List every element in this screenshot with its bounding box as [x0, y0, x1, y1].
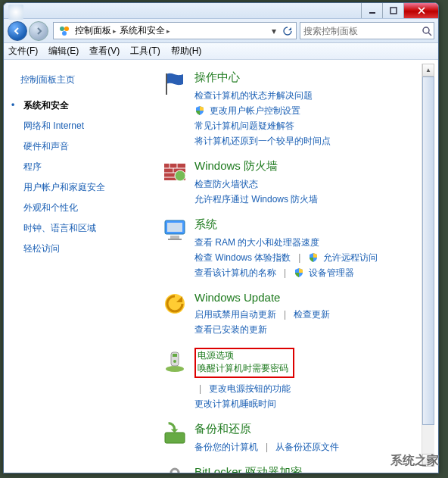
wall-icon [160, 159, 190, 189]
sidebar-item[interactable]: 程序 [20, 157, 149, 177]
shield-icon [194, 105, 205, 116]
category-link[interactable]: 更改用户帐户控制设置 [210, 103, 300, 118]
sidebar-item[interactable]: 轻松访问 [20, 239, 149, 259]
backup-icon [160, 422, 190, 452]
category-title[interactable]: 操作中心 [194, 70, 431, 85]
category-link[interactable]: 检查防火墙状态 [194, 177, 258, 192]
menu-help[interactable]: 帮助(H) [171, 45, 202, 58]
category: Windows 防火墙检查防火墙状态允许程序通过 Windows 防火墙 [160, 159, 431, 207]
sidebar: 控制面板主页 系统和安全网络和 Internet硬件和声音程序用户帐户和家庭安全… [4, 60, 155, 473]
scroll-thumb[interactable] [422, 77, 434, 425]
update-icon [160, 291, 190, 321]
category-link[interactable]: 检查计算机的状态并解决问题 [194, 88, 313, 103]
category-link[interactable]: 备份您的计算机 [194, 439, 258, 455]
search-icon[interactable] [420, 26, 434, 36]
svg-point-4 [60, 27, 64, 31]
power-icon [160, 348, 190, 378]
category: 备份和还原备份您的计算机|从备份还原文件 [160, 422, 431, 455]
category-link[interactable]: 唤醒计算机时需要密码 [198, 363, 288, 373]
forward-button[interactable] [29, 21, 48, 41]
category-link[interactable]: 常见计算机问题疑难解答 [194, 118, 294, 133]
breadcrumb-item[interactable]: 系统和安全 [118, 24, 172, 37]
close-button[interactable] [403, 3, 438, 18]
category-link[interactable]: 设备管理器 [309, 265, 354, 280]
menu-bar: 文件(F) 编辑(E) 查看(V) 工具(T) 帮助(H) [4, 43, 438, 60]
flag-icon [160, 70, 190, 101]
category-link[interactable]: 查看 RAM 的大小和处理器速度 [194, 235, 319, 250]
category-link[interactable]: 允许远程访问 [323, 250, 378, 265]
category-title[interactable]: 电源选项唤醒计算机时需要密码 [194, 348, 431, 378]
category-link[interactable]: 更改电源按钮的功能 [209, 381, 291, 396]
address-dropdown[interactable]: ▾ [267, 26, 281, 36]
search-field[interactable] [300, 22, 434, 39]
category: 电源选项唤醒计算机时需要密码|更改电源按钮的功能更改计算机睡眠时间 [160, 348, 431, 411]
category-link[interactable]: 检查更新 [294, 307, 330, 322]
shield-icon [308, 252, 319, 263]
svg-rect-20 [170, 236, 179, 239]
sidebar-item[interactable]: 用户帐户和家庭安全 [20, 177, 149, 198]
menu-tools[interactable]: 工具(T) [130, 45, 160, 58]
sidebar-item[interactable]: 网络和 Internet [20, 116, 149, 136]
vertical-scrollbar[interactable]: ▲ ▼ [422, 64, 434, 467]
control-panel-icon [58, 25, 70, 37]
address-bar: 控制面板 系统和安全 ▾ [4, 19, 438, 43]
search-input[interactable] [300, 26, 420, 36]
svg-rect-1 [390, 8, 397, 14]
sidebar-item[interactable]: 系统和安全 [20, 95, 149, 116]
svg-point-6 [62, 31, 67, 36]
menu-view[interactable]: 查看(V) [89, 45, 120, 58]
category-title[interactable]: 备份和还原 [194, 422, 431, 436]
category-link[interactable]: 将计算机还原到一个较早的时间点 [194, 133, 331, 148]
sidebar-item[interactable]: 外观和个性化 [20, 198, 149, 218]
category-link[interactable]: 允许程序通过 Windows 防火墙 [194, 192, 318, 207]
svg-line-8 [428, 33, 431, 36]
watermark: 系统之家 [390, 453, 439, 469]
sidebar-item[interactable]: 硬件和声音 [20, 136, 149, 157]
menu-file[interactable]: 文件(F) [8, 45, 38, 58]
app-icon [8, 5, 23, 20]
svg-rect-25 [173, 354, 177, 357]
back-button[interactable] [8, 21, 27, 41]
category: 系统查看 RAM 的大小和处理器速度检查 Windows 体验指数|允许远程访问… [160, 217, 431, 280]
menu-edit[interactable]: 编辑(E) [48, 45, 79, 58]
svg-point-26 [173, 360, 176, 363]
category: Windows Update启用或禁用自动更新|检查更新查看已安装的更新 [160, 291, 431, 337]
svg-rect-27 [165, 433, 185, 443]
category-link[interactable]: 查看已安装的更新 [194, 322, 267, 337]
breadcrumb-field[interactable]: 控制面板 系统和安全 ▾ [53, 22, 297, 39]
category-link[interactable]: 从备份还原文件 [275, 439, 339, 455]
lock-icon [160, 465, 190, 473]
category-title[interactable]: 系统 [194, 217, 431, 232]
minimize-button[interactable] [361, 3, 382, 18]
category-title[interactable]: Windows Update [194, 291, 431, 304]
scroll-up-button[interactable]: ▲ [422, 64, 434, 77]
breadcrumb-item[interactable]: 控制面板 [73, 24, 118, 37]
category-link[interactable]: 启用或禁用自动更新 [194, 307, 276, 322]
category: 操作中心检查计算机的状态并解决问题更改用户帐户控制设置常见计算机问题疑难解答将计… [160, 70, 431, 148]
content-pane: 操作中心检查计算机的状态并解决问题更改用户帐户控制设置常见计算机问题疑难解答将计… [155, 60, 438, 473]
computer-icon [160, 217, 190, 248]
category-link[interactable]: 查看该计算机的名称 [194, 265, 276, 280]
sidebar-item[interactable]: 时钟、语言和区域 [20, 218, 149, 239]
svg-point-17 [175, 170, 185, 181]
svg-point-23 [166, 366, 184, 372]
control-panel-home-link[interactable]: 控制面板主页 [20, 73, 149, 86]
refresh-button[interactable] [281, 27, 294, 36]
category-link[interactable]: 检查 Windows 体验指数 [194, 250, 291, 265]
svg-point-7 [423, 27, 429, 33]
svg-rect-19 [167, 223, 182, 232]
maximize-button[interactable] [382, 3, 403, 18]
svg-point-5 [64, 27, 69, 31]
shield-icon [294, 267, 304, 278]
category-title[interactable]: Windows 防火墙 [194, 159, 431, 173]
category-link[interactable]: 更改计算机睡眠时间 [194, 396, 276, 411]
svg-rect-21 [168, 239, 182, 240]
titlebar [4, 3, 438, 19]
